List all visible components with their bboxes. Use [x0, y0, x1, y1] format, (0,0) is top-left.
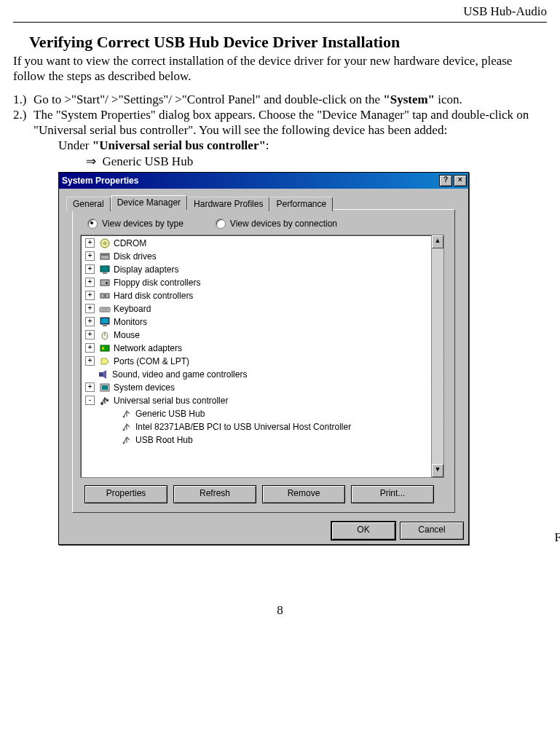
tree-node-label: Monitors	[114, 317, 147, 327]
radio-dot-icon	[216, 219, 226, 229]
tree-node-kbd[interactable]: +Keyboard	[82, 302, 431, 315]
close-button[interactable]: ×	[454, 175, 467, 186]
refresh-button[interactable]: Refresh	[173, 485, 256, 503]
header-rule	[13, 22, 547, 23]
tree-connector	[109, 423, 117, 431]
tree-node-label: Mouse	[114, 330, 140, 340]
tree-node-floppy[interactable]: +Floppy disk controllers	[82, 276, 431, 289]
under-line: Under "Universal serial bus controller":	[58, 138, 547, 153]
remove-button[interactable]: Remove	[262, 485, 345, 503]
expand-icon[interactable]: +	[85, 251, 95, 261]
help-button[interactable]: ?	[439, 175, 452, 186]
under-b: "Universal serial bus controller"	[92, 138, 266, 152]
tree-node-label: CDROM	[114, 238, 146, 248]
tab-hardware-profiles[interactable]: Hardware Profiles	[187, 197, 269, 211]
tree-node-ports[interactable]: +Ports (COM & LPT)	[82, 355, 431, 368]
scroll-down-button[interactable]: ▼	[432, 464, 443, 477]
device-tree: +CDROM+Disk drives+Display adapters+Flop…	[80, 235, 444, 478]
radio-dot-icon	[87, 219, 98, 229]
tree-node-hdc[interactable]: +Hard disk controllers	[82, 289, 431, 302]
step-1-text-b: "System"	[383, 93, 435, 106]
under-a: Under	[58, 138, 92, 152]
expand-icon[interactable]: +	[85, 356, 95, 366]
tree-connector	[109, 409, 117, 417]
ok-button[interactable]: OK	[331, 522, 395, 540]
tree-node-sys[interactable]: +System devices	[82, 381, 431, 394]
tree-node-net[interactable]: +Network adapters	[82, 342, 431, 355]
tree-node-mon[interactable]: +Monitors	[82, 315, 431, 329]
tree-node-label: Keyboard	[114, 304, 151, 314]
cancel-button[interactable]: Cancel	[400, 522, 464, 540]
titlebar-text: System Properties	[62, 176, 439, 186]
arrow-line: ⇒ Generic USB Hub	[86, 154, 547, 169]
step-1-num: 1.)	[13, 92, 33, 107]
svg-rect-5	[103, 272, 107, 274]
vertical-scrollbar[interactable]: ▲ ▼	[431, 235, 443, 477]
page-title: Verifying Correct USB Hub Device Driver …	[29, 33, 547, 52]
tab-general[interactable]: General	[66, 197, 111, 211]
svg-rect-14	[101, 318, 109, 323]
usb-device-icon	[121, 421, 133, 433]
svg-rect-20	[99, 372, 103, 377]
expand-icon[interactable]: +	[85, 317, 95, 326]
step-1-text-c: icon.	[435, 93, 462, 106]
expand-icon[interactable]: +	[85, 238, 95, 248]
svg-rect-23	[102, 385, 108, 390]
expand-icon[interactable]: +	[85, 343, 95, 353]
tree-child-label: USB Root Hub	[135, 435, 193, 445]
kbd-icon	[99, 303, 111, 315]
expand-icon[interactable]: +	[85, 291, 95, 300]
radio-view-by-type[interactable]: View devices by type	[87, 219, 184, 229]
tree-node-usb[interactable]: -Universal serial bus controller	[82, 394, 431, 407]
tree-child-usb[interactable]: Generic USB Hub	[82, 407, 431, 420]
tabs: General Device Manager Hardware Profiles…	[66, 195, 464, 209]
cd-icon	[99, 237, 111, 249]
page-header: USB Hub-Audio	[13, 0, 547, 20]
expand-icon[interactable]: +	[85, 278, 95, 287]
tree-child-label: Generic USB Hub	[135, 409, 205, 419]
remove-button-label: Remove	[288, 488, 320, 498]
intro-text: If you want to view the correct installa…	[13, 53, 547, 85]
arrow-icon: ⇒	[86, 154, 96, 168]
properties-button-label: Properties	[106, 488, 146, 498]
svg-rect-7	[106, 282, 108, 284]
tree-node-label: Sound, video and game controllers	[112, 369, 247, 380]
mon-icon	[99, 316, 111, 328]
figure-caption: Fig.8	[555, 530, 560, 545]
properties-button[interactable]: Properties	[84, 485, 167, 503]
print-button[interactable]: Print...	[351, 485, 434, 503]
tree-child-usb[interactable]: Intel 82371AB/EB PCI to USB Universal Ho…	[82, 420, 431, 433]
tree-node-disk[interactable]: +Disk drives	[82, 250, 431, 263]
step-2-num: 2.)	[13, 107, 33, 138]
tab-device-manager[interactable]: Device Manager	[111, 195, 187, 210]
tree-node-label: Ports (COM & LPT)	[114, 356, 189, 366]
svg-rect-25	[106, 399, 109, 401]
ports-icon	[99, 356, 111, 367]
tree-node-sound[interactable]: Sound, video and game controllers	[82, 368, 431, 381]
step-1: 1.) Go to >"Start"/ >"Settings"/ >"Contr…	[13, 92, 547, 107]
tree-child-label: Intel 82371AB/EB PCI to USB Universal Ho…	[135, 422, 351, 432]
tree-child-usb[interactable]: USB Root Hub	[82, 433, 431, 447]
expand-icon[interactable]: +	[85, 304, 95, 313]
tree-node-cd[interactable]: +CDROM	[82, 237, 431, 250]
titlebar: System Properties ? ×	[59, 173, 468, 189]
tree-connector	[85, 370, 93, 378]
sound-icon	[98, 369, 109, 380]
step-2-text: The "System Properties" dialog box appea…	[33, 107, 547, 138]
scroll-up-button[interactable]: ▲	[432, 235, 443, 248]
scroll-track[interactable]	[432, 248, 443, 464]
expand-icon[interactable]: +	[85, 264, 95, 274]
expand-icon[interactable]: -	[85, 396, 95, 405]
tree-node-mouse[interactable]: +Mouse	[82, 329, 431, 342]
svg-rect-3	[101, 254, 109, 256]
expand-icon[interactable]: +	[85, 382, 95, 392]
tree-node-disp[interactable]: +Display adapters	[82, 263, 431, 276]
radio-view-by-connection[interactable]: View devices by connection	[216, 219, 337, 229]
svg-rect-4	[100, 266, 109, 272]
svg-point-1	[104, 242, 106, 244]
sys-icon	[99, 382, 111, 393]
svg-rect-6	[100, 280, 109, 286]
expand-icon[interactable]: +	[85, 330, 95, 339]
under-c: :	[266, 138, 269, 152]
tab-performance[interactable]: Performance	[269, 197, 333, 211]
